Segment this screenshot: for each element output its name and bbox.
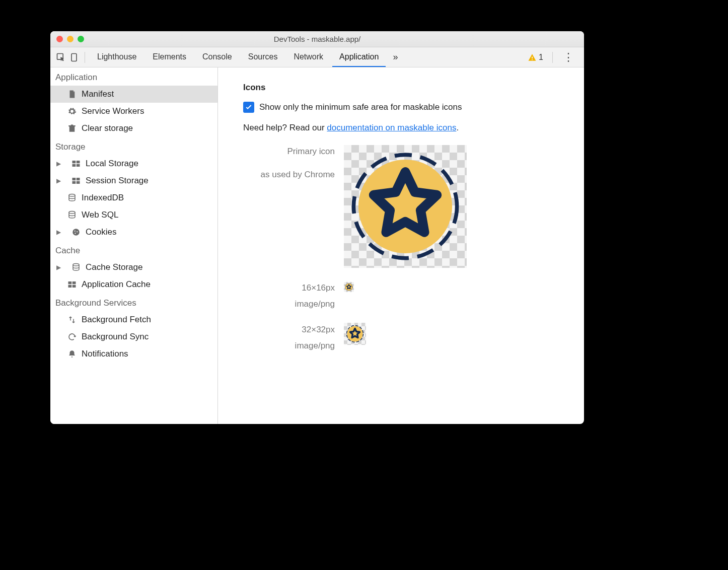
sidebar-item-label: Background Fetch xyxy=(82,315,151,325)
warning-count: 1 xyxy=(539,53,543,62)
content-area: Application Manifest Service Workers Cle… xyxy=(50,67,584,424)
svg-rect-19 xyxy=(68,281,72,284)
sidebar-item-clear-storage[interactable]: Clear storage xyxy=(50,120,217,137)
grid-icon xyxy=(67,280,77,289)
tab-sources[interactable]: Sources xyxy=(241,48,285,67)
tab-application[interactable]: Application xyxy=(332,48,386,67)
database-icon xyxy=(67,193,77,202)
file-icon xyxy=(67,90,77,99)
svg-rect-6 xyxy=(72,164,76,167)
bell-icon xyxy=(67,349,77,359)
sidebar: Application Manifest Service Workers Cle… xyxy=(50,67,218,424)
sidebar-item-indexeddb[interactable]: IndexedDB xyxy=(50,189,217,206)
warning-icon xyxy=(528,53,537,62)
separator xyxy=(552,52,553,63)
svg-point-16 xyxy=(77,231,78,232)
icon-type: image/png xyxy=(243,296,335,312)
svg-rect-21 xyxy=(68,285,72,288)
svg-rect-22 xyxy=(72,285,76,288)
devtools-toolbar: Lighthouse Elements Console Sources Netw… xyxy=(50,47,584,67)
manifest-panel: Icons Show only the minimum safe area fo… xyxy=(218,67,584,424)
section-heading: Icons xyxy=(243,83,559,93)
sidebar-item-label: Manifest xyxy=(82,89,114,99)
primary-icon-row: Primary icon as used by Chrome xyxy=(243,145,559,268)
sidebar-item-manifest[interactable]: Manifest xyxy=(50,86,217,103)
sidebar-item-service-workers[interactable]: Service Workers xyxy=(50,103,217,120)
grid-icon xyxy=(71,159,81,168)
svg-rect-10 xyxy=(72,181,76,184)
devtools-window: DevTools - maskable.app/ Lighthouse Elem… xyxy=(50,31,584,424)
sync-icon xyxy=(67,332,77,341)
sidebar-item-bg-fetch[interactable]: Background Fetch xyxy=(50,311,217,328)
icon-preview-16 xyxy=(344,282,354,292)
primary-icon-label: Primary icon as used by Chrome xyxy=(243,145,344,181)
database-icon xyxy=(71,263,81,272)
maskable-icon xyxy=(345,283,353,291)
svg-point-15 xyxy=(75,231,76,232)
chevron-right-icon: ▶ xyxy=(56,160,62,167)
tab-lighthouse[interactable]: Lighthouse xyxy=(90,48,143,67)
sidebar-item-label: Cookies xyxy=(86,227,116,237)
gear-icon xyxy=(67,107,77,116)
section-application: Application xyxy=(50,67,217,86)
sidebar-item-session-storage[interactable]: ▶ Session Storage xyxy=(50,172,217,189)
window-title: DevTools - maskable.app/ xyxy=(50,35,584,43)
svg-rect-2 xyxy=(532,56,533,58)
sidebar-item-label: Local Storage xyxy=(86,159,138,169)
sidebar-item-local-storage[interactable]: ▶ Local Storage xyxy=(50,155,217,172)
fetch-icon xyxy=(67,315,77,324)
chevron-right-icon: ▶ xyxy=(56,264,62,271)
sidebar-item-cookies[interactable]: ▶ Cookies xyxy=(50,224,217,241)
svg-rect-8 xyxy=(72,178,76,180)
sidebar-item-bg-sync[interactable]: Background Sync xyxy=(50,328,217,345)
titlebar: DevTools - maskable.app/ xyxy=(50,31,584,47)
device-toggle-icon[interactable] xyxy=(68,52,80,63)
sidebar-item-websql[interactable]: Web SQL xyxy=(50,206,217,224)
svg-point-18 xyxy=(73,264,79,266)
svg-point-14 xyxy=(72,229,80,236)
icon-size: 16×16px xyxy=(243,280,335,296)
section-storage: Storage xyxy=(50,137,217,155)
sidebar-item-cache-storage[interactable]: ▶ Cache Storage xyxy=(50,259,217,276)
database-icon xyxy=(67,210,77,220)
icon-type: image/png xyxy=(243,338,335,354)
sidebar-item-label: IndexedDB xyxy=(82,193,124,203)
icon-row-32: 32×32px image/png xyxy=(243,322,559,354)
sidebar-item-label: Application Cache xyxy=(82,279,151,290)
maskable-icon xyxy=(348,149,463,264)
svg-rect-7 xyxy=(77,164,80,167)
section-cache: Cache xyxy=(50,241,217,259)
sidebar-item-label: Background Sync xyxy=(82,332,149,342)
settings-menu-icon[interactable]: ⋮ xyxy=(558,51,579,64)
icon-size: 32×32px xyxy=(243,322,335,338)
docs-link[interactable]: documentation on maskable icons xyxy=(327,123,456,132)
svg-rect-11 xyxy=(77,181,80,184)
sidebar-item-label: Clear storage xyxy=(82,123,133,133)
sidebar-item-label: Service Workers xyxy=(82,106,144,116)
svg-rect-1 xyxy=(71,53,77,61)
sidebar-item-notifications[interactable]: Notifications xyxy=(50,345,217,363)
primary-icon-preview xyxy=(344,145,467,268)
svg-rect-5 xyxy=(77,161,80,163)
svg-rect-4 xyxy=(72,161,76,163)
checkbox-icon[interactable] xyxy=(243,102,254,113)
checkbox-label: Show only the minimum safe area for mask… xyxy=(259,102,462,112)
svg-rect-3 xyxy=(532,59,533,60)
chevron-right-icon: ▶ xyxy=(56,229,62,236)
svg-rect-9 xyxy=(77,178,80,180)
tab-console[interactable]: Console xyxy=(195,48,239,67)
chevron-right-icon: ▶ xyxy=(56,177,62,184)
safe-area-checkbox-row[interactable]: Show only the minimum safe area for mask… xyxy=(243,102,559,113)
sidebar-item-application-cache[interactable]: Application Cache xyxy=(50,276,217,293)
warnings-button[interactable]: 1 xyxy=(524,53,547,62)
icon-preview-32 xyxy=(344,323,366,345)
tab-network[interactable]: Network xyxy=(286,48,330,67)
svg-point-13 xyxy=(69,211,75,214)
sidebar-item-label: Session Storage xyxy=(86,176,149,186)
tabs-overflow-icon[interactable]: » xyxy=(388,52,403,62)
cookie-icon xyxy=(71,228,81,237)
trash-icon xyxy=(67,124,77,133)
inspect-icon[interactable] xyxy=(55,52,66,63)
tab-elements[interactable]: Elements xyxy=(145,48,193,67)
svg-point-12 xyxy=(69,194,75,197)
